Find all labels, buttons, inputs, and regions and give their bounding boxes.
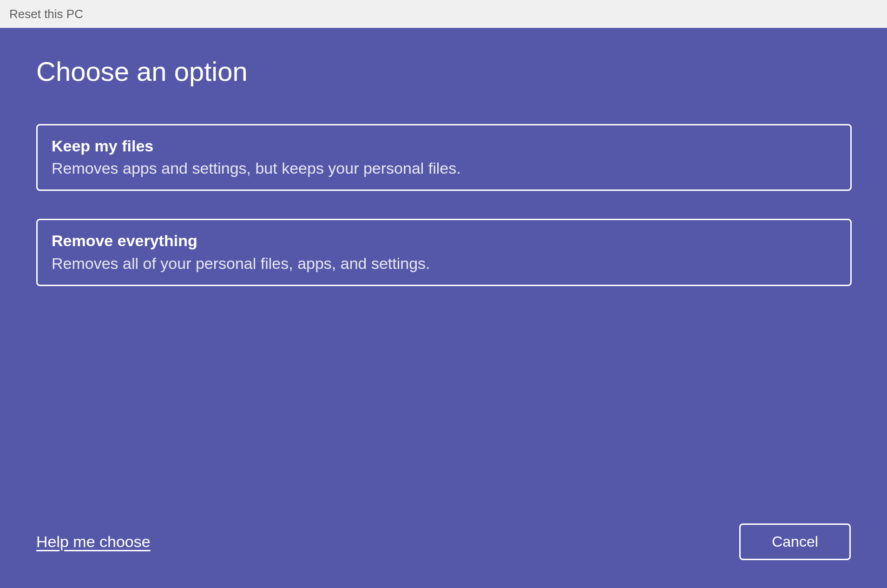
option-title: Remove everything (52, 230, 836, 251)
option-description: Removes apps and settings, but keeps you… (52, 158, 836, 178)
option-description: Removes all of your personal files, apps… (52, 253, 836, 274)
window-title: Reset this PC (9, 7, 83, 21)
content-area: Choose an option Keep my files Removes a… (0, 28, 887, 588)
reset-pc-window: Reset this PC Choose an option Keep my f… (0, 0, 887, 588)
cancel-button[interactable]: Cancel (739, 523, 851, 560)
keep-my-files-button[interactable]: Keep my files Removes apps and settings,… (36, 124, 852, 191)
option-title: Keep my files (52, 136, 836, 156)
help-me-choose-link[interactable]: Help me choose (36, 533, 151, 551)
remove-everything-button[interactable]: Remove everything Removes all of your pe… (36, 219, 852, 286)
footer: Help me choose Cancel (36, 523, 851, 560)
titlebar: Reset this PC (0, 0, 887, 28)
page-title: Choose an option (36, 56, 851, 87)
